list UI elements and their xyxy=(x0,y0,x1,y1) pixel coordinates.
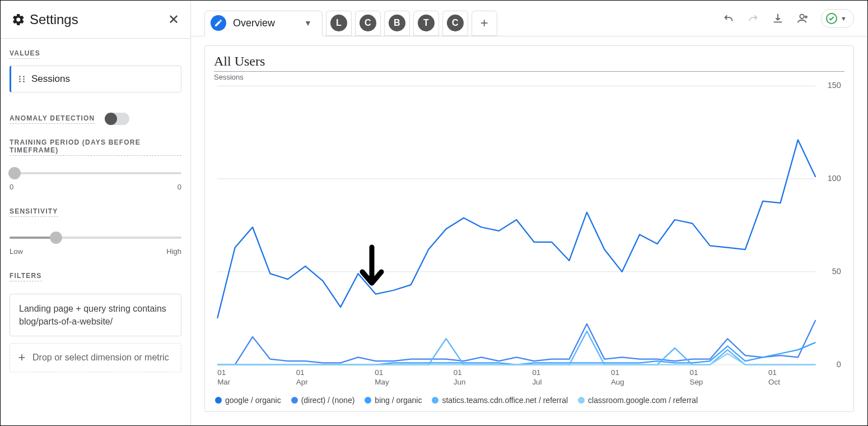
share-user-icon[interactable] xyxy=(796,12,809,25)
chevron-down-icon: ▼ xyxy=(841,15,847,22)
drop-text: Drop or select dimension or metric xyxy=(32,351,169,364)
sensitivity-min: Low xyxy=(10,247,23,256)
svg-text:50: 50 xyxy=(832,267,841,276)
svg-text:01: 01 xyxy=(454,368,462,377)
svg-point-0 xyxy=(19,76,21,77)
chart-title: All Users xyxy=(214,54,844,69)
svg-text:Jul: Jul xyxy=(532,378,542,386)
svg-text:100: 100 xyxy=(828,174,841,183)
gear-icon xyxy=(12,13,25,26)
svg-text:Jun: Jun xyxy=(454,378,466,386)
chart-plot[interactable]: 05010015001Mar01Apr01May01Jun01Jul01Aug0… xyxy=(214,81,844,392)
svg-text:Oct: Oct xyxy=(768,378,780,386)
legend-item[interactable]: google / organic xyxy=(215,396,281,405)
values-metric-chip[interactable]: Sessions xyxy=(10,66,181,92)
tab-letter-1[interactable]: C xyxy=(355,11,381,36)
tab-overview[interactable]: Overview ▼ xyxy=(204,11,323,36)
grip-icon xyxy=(18,75,26,83)
tab-add[interactable]: + xyxy=(472,11,497,36)
svg-text:01: 01 xyxy=(768,368,777,377)
legend-label: (direct) / (none) xyxy=(301,396,355,405)
anomaly-detection-toggle[interactable] xyxy=(105,113,129,125)
tab-letter-3[interactable]: T xyxy=(413,11,439,36)
svg-text:01: 01 xyxy=(689,368,698,377)
legend-label: classroom.google.com / referral xyxy=(588,396,698,405)
svg-text:Mar: Mar xyxy=(217,378,231,386)
settings-panel: Settings ✕ VALUES Sessions ANOMALY DETEC… xyxy=(1,1,191,425)
pencil-icon xyxy=(211,15,226,31)
chart-legend: google / organic(direct) / (none)bing / … xyxy=(214,392,844,405)
legend-dot xyxy=(432,397,438,404)
anomaly-detection-label: ANOMALY DETECTION xyxy=(10,114,95,124)
svg-text:01: 01 xyxy=(532,368,540,377)
legend-label: bing / organic xyxy=(375,396,422,405)
svg-point-1 xyxy=(23,76,25,77)
legend-dot xyxy=(365,397,371,404)
sensitivity-slider[interactable] xyxy=(10,231,181,244)
tab-letter-4[interactable]: C xyxy=(442,11,468,36)
legend-label: statics.teams.cdn.office.net / referral xyxy=(442,396,568,405)
status-pill[interactable]: ▼ xyxy=(821,9,854,28)
svg-text:01: 01 xyxy=(375,368,383,377)
svg-text:Aug: Aug xyxy=(611,378,624,386)
legend-item[interactable]: classroom.google.com / referral xyxy=(578,396,698,405)
legend-dot xyxy=(215,397,222,404)
svg-text:Apr: Apr xyxy=(296,378,308,386)
settings-header: Settings ✕ xyxy=(1,1,190,39)
values-section-label: VALUES xyxy=(10,49,40,59)
plus-icon: + xyxy=(17,351,27,364)
training-period-label: TRAINING PERIOD (DAYS BEFORE TIMEFRAME) xyxy=(10,138,181,156)
filter-chip[interactable]: Landing page + query string contains blo… xyxy=(10,294,181,336)
tab-letter-0[interactable]: L xyxy=(326,11,352,36)
sensitivity-label: SENSITIVITY xyxy=(10,207,58,217)
svg-point-3 xyxy=(23,78,25,80)
svg-point-5 xyxy=(23,81,25,82)
tab-letter-2[interactable]: B xyxy=(384,11,410,36)
svg-point-2 xyxy=(19,78,21,80)
svg-text:Sep: Sep xyxy=(689,378,703,386)
chart-subtitle: Sessions xyxy=(214,73,844,81)
redo-icon[interactable] xyxy=(747,12,759,25)
checkmark-icon xyxy=(826,13,837,24)
legend-item[interactable]: (direct) / (none) xyxy=(291,396,355,405)
svg-text:01: 01 xyxy=(296,368,305,377)
legend-dot xyxy=(291,397,298,404)
legend-dot xyxy=(578,397,585,404)
download-icon[interactable] xyxy=(772,12,784,25)
training-period-slider[interactable] xyxy=(10,167,181,179)
filter-text: Landing page + query string contains blo… xyxy=(19,304,166,326)
svg-point-4 xyxy=(19,81,21,82)
legend-item[interactable]: bing / organic xyxy=(365,396,422,405)
sensitivity-max: High xyxy=(166,247,181,256)
tab-overview-label: Overview xyxy=(233,17,275,29)
legend-label: google / organic xyxy=(225,396,281,405)
svg-text:01: 01 xyxy=(217,368,226,377)
training-max: 0 xyxy=(178,183,181,191)
drop-dimension-box[interactable]: + Drop or select dimension or metric xyxy=(10,343,181,372)
values-metric-label: Sessions xyxy=(31,73,70,85)
filters-section-label: FILTERS xyxy=(10,272,42,281)
svg-text:01: 01 xyxy=(611,368,619,377)
svg-text:150: 150 xyxy=(828,81,841,90)
topbar: Overview ▼ L C B T C + ▼ xyxy=(191,1,867,36)
training-min: 0 xyxy=(10,183,13,191)
svg-text:May: May xyxy=(375,378,389,386)
close-icon[interactable]: ✕ xyxy=(168,12,179,27)
undo-icon[interactable] xyxy=(722,12,735,25)
settings-title: Settings xyxy=(30,12,78,27)
chart-card: All Users Sessions 05010015001Mar01Apr01… xyxy=(204,45,854,412)
svg-text:0: 0 xyxy=(837,360,841,369)
chevron-down-icon: ▼ xyxy=(304,18,312,27)
main-area: Overview ▼ L C B T C + ▼ xyxy=(191,1,867,425)
legend-item[interactable]: statics.teams.cdn.office.net / referral xyxy=(432,396,568,405)
